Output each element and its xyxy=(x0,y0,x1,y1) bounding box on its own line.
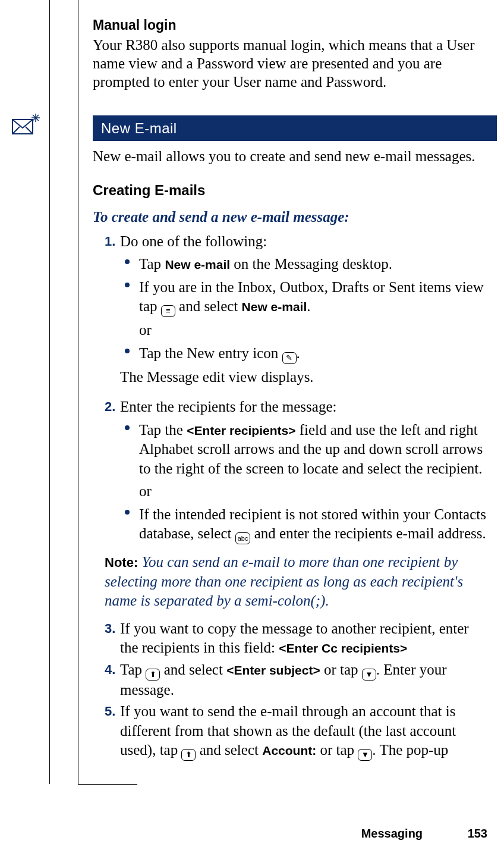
task-heading: To create and send a new e-mail message: xyxy=(93,208,487,227)
step-number: 2. xyxy=(105,399,115,416)
vertical-rule-2 xyxy=(49,0,50,784)
text: and select xyxy=(175,298,242,314)
step-3: 3. If you want to copy the message to an… xyxy=(105,619,487,658)
arrow-up-icon: ⬆ xyxy=(146,669,160,681)
step-2: 2. Enter the recipients for the message: xyxy=(105,397,487,417)
manual-login-body: Your R380 also supports manual login, wh… xyxy=(93,36,487,92)
page-number: 153 xyxy=(468,826,487,841)
bullet-dot-icon xyxy=(125,283,130,287)
step1-bullet-2: If you are in the Inbox, Outbox, Drafts … xyxy=(125,278,487,318)
step-body: Do one of the following: xyxy=(120,232,487,252)
arrow-up-icon: ⬆ xyxy=(181,749,196,761)
manual-login-heading: Manual login xyxy=(93,17,487,35)
text: and select xyxy=(160,661,226,678)
step1-trail: The Message edit view displays. xyxy=(120,368,487,387)
step-number: 5. xyxy=(105,703,115,720)
note-label: Note: xyxy=(105,555,138,570)
text: and enter the recipients e-mail address. xyxy=(250,525,486,541)
bullet-dot-icon xyxy=(125,349,130,353)
text: . The pop-up xyxy=(372,742,448,758)
bold-text: <Enter Cc recipients> xyxy=(279,641,407,655)
text: Tap xyxy=(120,661,146,678)
or-separator: or xyxy=(139,321,487,340)
text: Tap the xyxy=(139,422,187,438)
step2-bullet-1: Tap the <Enter recipients> field and use… xyxy=(125,421,487,479)
text: Tap xyxy=(139,256,165,272)
step-number: 4. xyxy=(105,661,115,679)
step-body: Tap ⬆ and select <Enter subject> or tap … xyxy=(120,660,487,700)
bullet-body: Tap the <Enter recipients> field and use… xyxy=(139,421,487,479)
text: . xyxy=(297,345,300,361)
note-body: You can send an e-mail to more than one … xyxy=(105,554,463,609)
creating-emails-heading: Creating E-mails xyxy=(93,181,487,199)
step-body: If you want to send the e-mail through a… xyxy=(120,702,487,761)
step-body: If you want to copy the message to anoth… xyxy=(120,619,487,658)
section-intro: New e-mail allows you to create and send… xyxy=(93,147,487,165)
bullet-body: If the intended recipient is not stored … xyxy=(139,505,487,545)
note-block: Note: You can send an e-mail to more tha… xyxy=(105,553,487,611)
new-entry-icon: ✎ xyxy=(282,352,297,364)
bullet-dot-icon xyxy=(125,510,130,515)
step-1: 1. Do one of the following: xyxy=(105,232,487,252)
horizontal-rule xyxy=(78,784,137,785)
bold-text: <Enter subject> xyxy=(226,663,320,677)
step-number: 3. xyxy=(105,620,115,638)
bold-text: Account: xyxy=(262,744,316,757)
text: or tap xyxy=(320,661,362,678)
bold-text: New e-mail xyxy=(165,258,230,271)
menu-icon: ≡ xyxy=(161,305,175,317)
step-body: Enter the recipients for the message: xyxy=(120,397,487,417)
step-number: 1. xyxy=(105,233,115,250)
bold-text: New e-mail xyxy=(242,300,307,313)
envelope-sparkle-icon xyxy=(12,114,40,137)
step1-bullet-3: Tap the New entry icon ✎. xyxy=(125,344,487,364)
arrow-down-icon: ▼ xyxy=(362,669,376,681)
text: on the Messaging desktop. xyxy=(230,256,392,272)
step-5: 5. If you want to send the e-mail throug… xyxy=(105,702,487,761)
step2-bullet-2: If the intended recipient is not stored … xyxy=(125,505,487,545)
bullet-body: Tap New e-mail on the Messaging desktop. xyxy=(139,255,487,274)
page-footer: Messaging 153 xyxy=(0,826,487,841)
vertical-rule-1 xyxy=(78,0,78,784)
text: and select xyxy=(196,742,262,758)
bullet-body: If you are in the Inbox, Outbox, Drafts … xyxy=(139,278,487,318)
bullet-dot-icon xyxy=(125,425,130,430)
arrow-down-icon: ▼ xyxy=(358,749,372,761)
or-separator: or xyxy=(139,482,487,501)
text: Tap the New entry icon xyxy=(139,345,282,361)
abc-icon: abc xyxy=(235,532,251,544)
text: or tap xyxy=(316,742,358,758)
footer-section: Messaging xyxy=(361,827,423,840)
step-4: 4. Tap ⬆ and select <Enter subject> or t… xyxy=(105,660,487,700)
bullet-body: Tap the New entry icon ✎. xyxy=(139,344,487,364)
bullet-dot-icon xyxy=(125,259,130,264)
section-title-bar: New E-mail xyxy=(93,115,497,141)
page-content: Manual login Your R380 also supports man… xyxy=(93,17,487,763)
bold-text: <Enter recipients> xyxy=(187,424,295,437)
step1-bullet-1: Tap New e-mail on the Messaging desktop. xyxy=(125,255,487,274)
text: . xyxy=(307,298,310,314)
